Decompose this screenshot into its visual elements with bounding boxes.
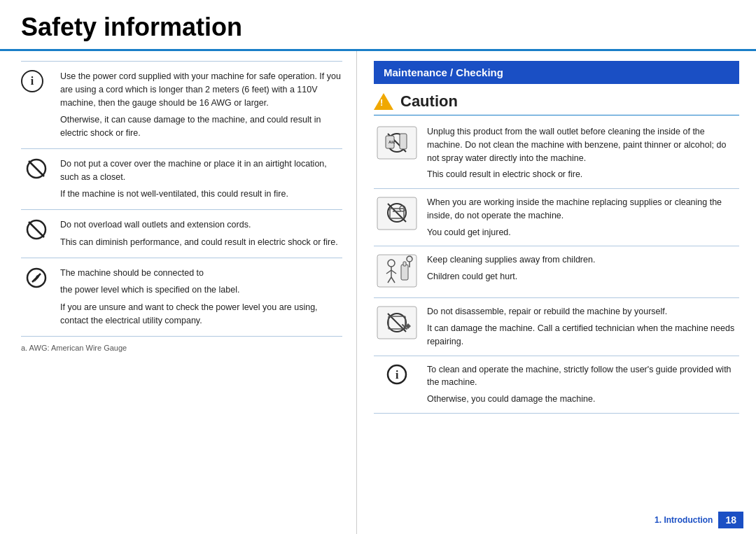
svg-rect-26 bbox=[403, 262, 406, 266]
caution-row: Keep cleaning supplies away from childre… bbox=[374, 246, 739, 298]
caution-label: Caution bbox=[400, 92, 458, 111]
text-cell: The machine should be connected tothe po… bbox=[57, 258, 342, 336]
info-text: This can diminish performance, and could… bbox=[60, 236, 342, 249]
info-text: Otherwise, it can cause damage to the ma… bbox=[60, 113, 342, 140]
cleaning-children-icon bbox=[376, 253, 418, 288]
svg-rect-25 bbox=[401, 265, 408, 280]
info-text: The machine should be connected to bbox=[60, 267, 342, 280]
info-text: Use the power cord supplied with your ma… bbox=[60, 70, 342, 109]
info-text: If the machine is not well-ventilated, t… bbox=[60, 188, 342, 201]
icon-cell: i bbox=[21, 62, 57, 149]
caution-text-cell: When you are working inside the machine … bbox=[424, 189, 739, 246]
info-text: the power level which is specified on th… bbox=[60, 283, 342, 297]
caution-text-cell: Unplug this product from the wall outlet… bbox=[424, 118, 739, 189]
svg-rect-10 bbox=[400, 134, 407, 149]
caution-icon-cell: i bbox=[374, 356, 424, 413]
info-row: Do not overload wall outlets and extensi… bbox=[21, 210, 342, 258]
footer-intro-text: 1. Introduction bbox=[654, 515, 713, 525]
caution-text: You could get injured. bbox=[427, 226, 739, 239]
right-column: Maintenance / Checking Caution Alc Unplu… bbox=[357, 51, 756, 534]
caution-table: Alc Unplug this product from the wall ou… bbox=[374, 118, 739, 414]
caution-row: Alc Unplug this product from the wall ou… bbox=[374, 118, 739, 189]
pencil-no-icon bbox=[25, 267, 48, 289]
no-icon bbox=[25, 218, 48, 241]
caution-text: To clean and operate the machine, strict… bbox=[427, 363, 739, 390]
info-row: iUse the power cord supplied with your m… bbox=[21, 62, 342, 149]
main-content: iUse the power cord supplied with your m… bbox=[0, 51, 756, 534]
working-inside-icon bbox=[376, 196, 418, 231]
caution-text: Unplug this product from the wall outlet… bbox=[427, 125, 739, 164]
footer-page-number: 18 bbox=[718, 512, 743, 528]
caution-icon-cell: Alc bbox=[374, 118, 424, 189]
text-cell: Use the power cord supplied with your ma… bbox=[57, 62, 342, 149]
caution-icon-cell bbox=[374, 298, 424, 356]
svg-line-3 bbox=[29, 222, 44, 237]
page-wrapper: Safety information iUse the power cord s… bbox=[0, 0, 756, 534]
info-icon: i bbox=[386, 363, 408, 386]
caution-triangle-icon bbox=[374, 93, 393, 110]
caution-text-cell: Keep cleaning supplies away from childre… bbox=[424, 246, 739, 298]
info-text: Do not overload wall outlets and extensi… bbox=[60, 218, 342, 232]
caution-text: Otherwise, you could damage the machine. bbox=[427, 393, 739, 406]
caution-text-cell: Do not disassemble, repair or rebuild th… bbox=[424, 298, 739, 356]
left-column: iUse the power cord supplied with your m… bbox=[0, 51, 357, 534]
icon-cell bbox=[21, 148, 57, 209]
caution-row: When you are working inside the machine … bbox=[374, 189, 739, 246]
caution-text: Keep cleaning supplies away from childre… bbox=[427, 253, 739, 267]
icon-cell bbox=[21, 258, 57, 336]
info-text: If you are unsure and want to check the … bbox=[60, 301, 342, 328]
page-title: Safety information bbox=[0, 0, 756, 51]
info-row: Do not put a cover over the machine or p… bbox=[21, 148, 342, 209]
svg-text:i: i bbox=[396, 369, 399, 381]
no-icon bbox=[25, 157, 48, 180]
caution-row: i To clean and operate the machine, stri… bbox=[374, 356, 739, 413]
caution-row: Do not disassemble, repair or rebuild th… bbox=[374, 298, 739, 356]
caution-header: Caution bbox=[374, 92, 739, 115]
caution-icon-cell bbox=[374, 189, 424, 246]
info-text: Do not put a cover over the machine or p… bbox=[60, 157, 342, 184]
caution-text: It can damage the machine. Call a certif… bbox=[427, 322, 739, 349]
caution-icon-cell bbox=[374, 246, 424, 298]
info-icon: i bbox=[21, 70, 43, 92]
safety-table: iUse the power cord supplied with your m… bbox=[21, 61, 342, 337]
footer: 1. Introduction 18 bbox=[0, 506, 756, 534]
text-cell: Do not overload wall outlets and extensi… bbox=[57, 210, 342, 258]
cleaning-bottles-icon: Alc bbox=[376, 125, 418, 160]
svg-line-1 bbox=[29, 161, 44, 176]
caution-text: When you are working inside the machine … bbox=[427, 196, 739, 223]
svg-text:Alc: Alc bbox=[388, 140, 396, 144]
info-row: The machine should be connected tothe po… bbox=[21, 258, 342, 336]
disassemble-icon bbox=[376, 305, 418, 340]
footnote: a. AWG: American Wire Gauge bbox=[21, 341, 342, 352]
svg-point-27 bbox=[407, 256, 412, 262]
icon-cell bbox=[21, 210, 57, 258]
caution-text: This could result in electric shock or f… bbox=[427, 168, 739, 181]
caution-text: Children could get hurt. bbox=[427, 270, 739, 283]
caution-text-cell: To clean and operate the machine, strict… bbox=[424, 356, 739, 413]
text-cell: Do not put a cover over the machine or p… bbox=[57, 148, 342, 209]
caution-text: Do not disassemble, repair or rebuild th… bbox=[427, 305, 739, 318]
section-header: Maintenance / Checking bbox=[374, 61, 739, 84]
